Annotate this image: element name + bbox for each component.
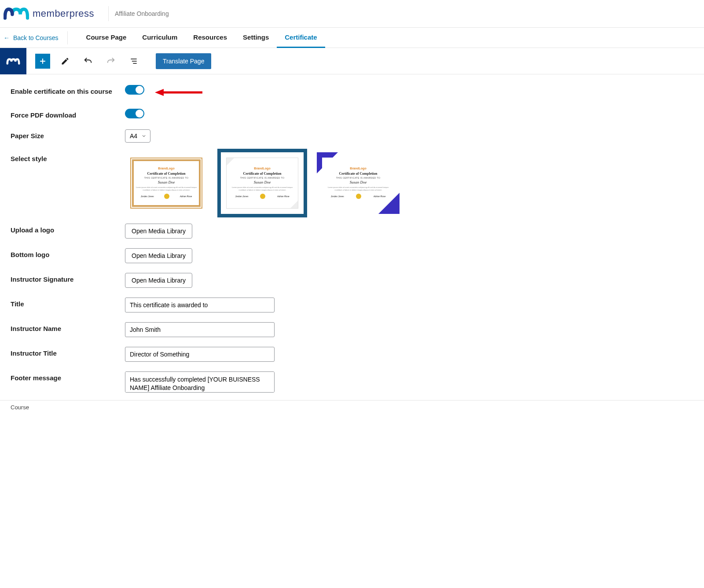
input-footer-message[interactable]	[125, 371, 275, 393]
style-option-modern[interactable]: BrandLogo Certificate of Completion THIS…	[221, 152, 304, 214]
app-header: memberpress Affiliate Onboarding	[0, 0, 704, 28]
outline-button[interactable]	[126, 53, 142, 69]
label-instructor-name: Instructor Name	[11, 322, 125, 332]
row-instructor-signature: Instructor Signature Open Media Library	[11, 273, 704, 288]
label-instructor-title: Instructor Title	[11, 347, 125, 357]
back-to-courses-link[interactable]: ← Back to Courses	[0, 34, 67, 41]
tab-resources[interactable]: Resources	[185, 28, 235, 48]
memberpress-logo-icon	[4, 5, 29, 22]
row-enable-certificate: Enable certificate on this course	[11, 85, 704, 99]
undo-icon	[83, 56, 93, 66]
redo-icon	[106, 56, 116, 66]
bottom-strip: Course	[0, 400, 704, 414]
pencil-icon	[61, 57, 70, 66]
row-force-pdf: Force PDF download	[11, 109, 704, 120]
upload-logo-button[interactable]: Open Media Library	[125, 224, 192, 239]
label-bottom-logo: Bottom logo	[11, 248, 125, 258]
brand-name: memberpress	[33, 8, 94, 19]
label-footer-message: Footer message	[11, 371, 125, 382]
style-option-geometric[interactable]: BrandLogo Certificate of Completion THIS…	[317, 152, 400, 214]
toggle-enable-certificate[interactable]	[125, 85, 144, 95]
tabs-row: ← Back to Courses Course Page Curriculum…	[0, 28, 704, 48]
editor-toolbar: Translate Page	[0, 48, 704, 74]
row-title: Title	[11, 298, 704, 312]
arrow-left-icon: ←	[4, 34, 10, 41]
add-block-button[interactable]	[35, 54, 50, 69]
row-instructor-name: Instructor Name	[11, 322, 704, 337]
tab-curriculum[interactable]: Curriculum	[134, 28, 185, 48]
tab-settings[interactable]: Settings	[235, 28, 277, 48]
row-paper-size: Paper Size A4	[11, 129, 704, 143]
brand-logo: memberpress	[4, 5, 102, 22]
select-paper-size[interactable]: A4	[125, 129, 150, 143]
input-title[interactable]	[125, 298, 275, 312]
plus-icon	[38, 57, 47, 66]
toggle-force-pdf[interactable]	[125, 109, 144, 118]
home-button[interactable]	[0, 48, 26, 74]
row-footer-message: Footer message	[11, 371, 704, 394]
row-upload-logo: Upload a logo Open Media Library	[11, 224, 704, 239]
tab-course-page[interactable]: Course Page	[78, 28, 135, 48]
annotation-arrow	[154, 87, 202, 99]
label-enable-certificate: Enable certificate on this course	[11, 85, 125, 95]
translate-page-button[interactable]: Translate Page	[156, 53, 211, 69]
label-force-pdf: Force PDF download	[11, 109, 125, 119]
label-select-style: Select style	[11, 152, 125, 162]
bottom-strip-label: Course	[11, 404, 29, 411]
tab-certificate[interactable]: Certificate	[277, 28, 325, 48]
certificate-form: Enable certificate on this course Force …	[0, 74, 704, 400]
edit-button[interactable]	[57, 53, 73, 69]
style-option-classic[interactable]: BrandLogo Certificate of Completion THIS…	[125, 152, 208, 214]
header-divider	[108, 6, 109, 21]
row-bottom-logo: Bottom logo Open Media Library	[11, 248, 704, 263]
input-instructor-name[interactable]	[125, 322, 275, 337]
label-title: Title	[11, 298, 125, 308]
back-link-label: Back to Courses	[13, 34, 59, 41]
label-upload-logo: Upload a logo	[11, 224, 125, 234]
breadcrumb: Affiliate Onboarding	[115, 10, 169, 17]
signature-button[interactable]: Open Media Library	[125, 273, 192, 288]
redo-button[interactable]	[103, 53, 119, 69]
bottom-logo-button[interactable]: Open Media Library	[125, 248, 192, 263]
label-instructor-signature: Instructor Signature	[11, 273, 125, 283]
list-outline-icon	[129, 57, 138, 66]
svg-marker-6	[155, 89, 164, 96]
tabs-divider	[67, 31, 68, 44]
input-instructor-title[interactable]	[125, 347, 275, 362]
style-options: BrandLogo Certificate of Completion THIS…	[125, 152, 704, 214]
row-select-style: Select style BrandLogo Certificate of Co…	[11, 152, 704, 214]
undo-button[interactable]	[80, 53, 96, 69]
memberpress-mini-icon	[6, 56, 20, 66]
label-paper-size: Paper Size	[11, 129, 125, 140]
row-instructor-title: Instructor Title	[11, 347, 704, 362]
